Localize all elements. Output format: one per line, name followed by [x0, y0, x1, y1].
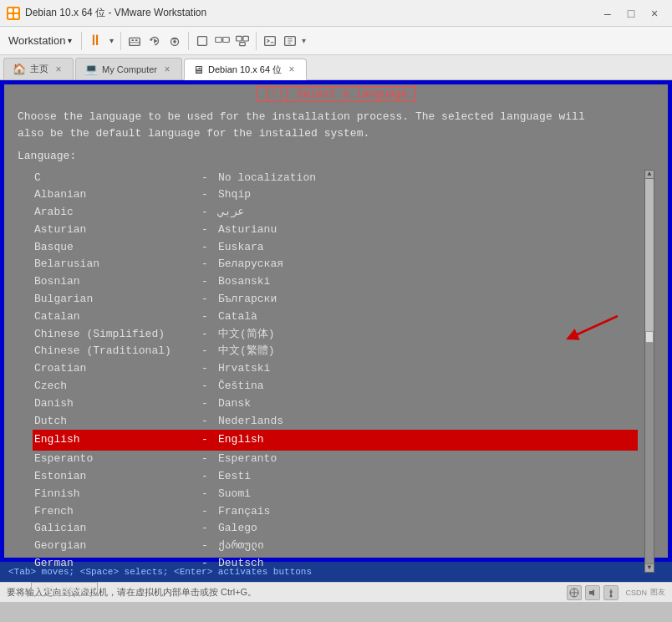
maximize-button[interactable]: □ — [620, 3, 642, 24]
scrollbar-track-top — [645, 179, 654, 331]
tab-home-close[interactable]: × — [53, 64, 64, 75]
pause-dropdown-button[interactable]: ▾ — [106, 32, 116, 50]
list-item[interactable]: German - Deutsch — [34, 555, 639, 573]
scrollbar-down-button[interactable]: ▼ — [645, 563, 654, 572]
svg-rect-14 — [237, 36, 242, 41]
language-list[interactable]: C - No localization Albanian - Shqip Ara… — [34, 170, 639, 573]
installer-body: Choose the language to be used for the i… — [4, 102, 668, 604]
list-item[interactable]: Catalan - Català — [34, 308, 639, 326]
main-toolbar: Workstation ▾ ⏸ ▾ ▾ — [0, 27, 672, 55]
go-back-section: <Go Back> — [18, 581, 654, 598]
toolbar-separator-1 — [81, 32, 82, 50]
svg-marker-8 — [155, 38, 159, 43]
window-controls: – □ × — [597, 3, 665, 24]
svg-rect-15 — [243, 36, 249, 41]
list-item[interactable]: Albanian - Shqip — [34, 186, 639, 204]
installer-description: Choose the language to be used for the i… — [18, 109, 654, 141]
list-item[interactable]: Galician - Galego — [34, 520, 639, 538]
mycomputer-tab-icon: 💻 — [84, 63, 98, 75]
list-item[interactable]: Chinese (Simplified) - 中文(简体) — [34, 326, 639, 344]
list-item[interactable]: Estonian - Eesti — [34, 468, 639, 486]
svg-rect-1 — [14, 8, 18, 13]
pause-button[interactable]: ⏸ — [86, 32, 104, 50]
svg-rect-16 — [240, 42, 246, 45]
svg-point-10 — [174, 40, 177, 43]
app-icon — [7, 7, 20, 20]
svg-rect-11 — [198, 36, 207, 45]
installer-screen[interactable]: [!!] Select a language Choose the langua… — [4, 84, 668, 558]
go-back-button[interactable]: <Go Back> — [31, 582, 98, 596]
home-tab-icon: 🏠 — [13, 63, 26, 75]
list-item[interactable]: Georgian - ქართული — [34, 538, 639, 555]
list-item[interactable]: Croatian - Hrvatski — [34, 360, 639, 378]
tab-mycomputer[interactable]: 💻 My Computer × — [75, 58, 182, 79]
list-item[interactable]: Bosnian - Bosanski — [34, 273, 639, 291]
tab-debian[interactable]: 🖥 Debian 10.x 64 位 × — [184, 59, 307, 80]
debian-tab-icon: 🖥 — [193, 64, 204, 76]
revert-snapshot-button[interactable] — [145, 32, 164, 50]
list-item[interactable]: Finnish - Suomi — [34, 486, 639, 503]
list-item[interactable]: C - No localization — [34, 170, 639, 187]
view-unity-button[interactable] — [233, 32, 252, 50]
send-ctrl-alt-del-button[interactable] — [125, 32, 144, 50]
settings-button[interactable] — [281, 32, 299, 50]
toolbar-separator-2 — [120, 32, 121, 50]
list-item[interactable]: Czech - Čeština — [34, 378, 639, 395]
view-fullscreen-button[interactable] — [193, 32, 211, 50]
list-item[interactable]: Basque - Euskara — [34, 239, 639, 257]
svg-rect-6 — [132, 39, 135, 41]
svg-rect-4 — [130, 38, 140, 45]
svg-rect-2 — [8, 14, 13, 18]
workstation-label: Workstation — [8, 34, 65, 47]
language-label: Language: — [18, 148, 654, 165]
installer-title-bar: [!!] Select a language — [4, 84, 668, 102]
view-multi-monitor-button[interactable] — [213, 32, 232, 50]
tab-home[interactable]: 🏠 主页 × — [3, 58, 74, 79]
workstation-dropdown-icon: ▾ — [68, 36, 72, 45]
title-bar: Debian 10.x 64 位 - VMware Workstation – … — [0, 0, 672, 27]
tab-mycomputer-label: My Computer — [102, 64, 157, 74]
tab-debian-close[interactable]: × — [286, 64, 298, 75]
vm-wrapper[interactable]: [!!] Select a language Choose the langua… — [0, 80, 672, 562]
pause-icon: ⏸ — [88, 32, 103, 49]
list-item[interactable]: Arabic - عربي — [34, 204, 639, 222]
settings-dropdown-icon: ▾ — [302, 36, 306, 45]
list-item[interactable]: Dutch - Nederlands — [34, 413, 639, 431]
svg-rect-13 — [223, 37, 230, 42]
close-button[interactable]: × — [644, 3, 665, 24]
installer-title: [!!] Select a language — [257, 86, 415, 102]
scrollbar[interactable]: ▲ ▼ — [644, 170, 654, 573]
workstation-menu[interactable]: Workstation ▾ — [3, 32, 77, 49]
console-view-button[interactable] — [261, 32, 279, 50]
svg-rect-3 — [14, 14, 18, 18]
list-item[interactable]: Chinese (Traditional) - 中文(繁體) — [34, 343, 639, 360]
list-item-english[interactable]: English - English — [33, 430, 638, 451]
window-title: Debian 10.x 64 位 - VMware Workstation — [25, 6, 597, 20]
svg-rect-7 — [135, 39, 138, 41]
svg-rect-0 — [8, 8, 13, 13]
take-snapshot-button[interactable] — [165, 32, 184, 50]
tab-debian-label: Debian 10.x 64 位 — [208, 64, 282, 76]
minimize-button[interactable]: – — [597, 3, 619, 24]
list-item[interactable]: Belarusian - Беларуская — [34, 256, 639, 273]
list-item[interactable]: Danish - Dansk — [34, 395, 639, 413]
tab-mycomputer-close[interactable]: × — [161, 64, 173, 75]
list-item[interactable]: Asturian - Asturianu — [34, 222, 639, 239]
scrollbar-thumb[interactable] — [645, 331, 654, 343]
list-item[interactable]: Esperanto - Esperanto — [34, 451, 639, 468]
tab-home-label: 主页 — [30, 63, 48, 75]
toolbar-separator-4 — [256, 32, 257, 50]
list-item[interactable]: Bulgarian - Български — [34, 291, 639, 308]
scrollbar-up-button[interactable]: ▲ — [645, 171, 654, 179]
toolbar-separator-3 — [188, 32, 189, 50]
tabs-bar: 🏠 主页 × 💻 My Computer × 🖥 Debian 10.x 64 … — [0, 55, 672, 80]
list-item[interactable]: French - Français — [34, 503, 639, 521]
language-list-container: C - No localization Albanian - Shqip Ara… — [18, 170, 654, 573]
svg-rect-12 — [216, 37, 222, 42]
